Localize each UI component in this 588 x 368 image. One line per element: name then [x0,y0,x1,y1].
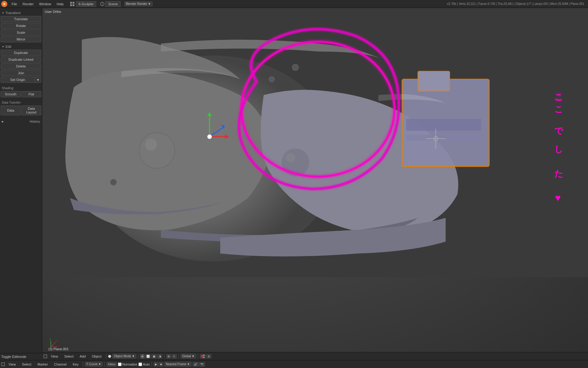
svg-rect-13 [406,135,481,140]
smooth-button[interactable]: Smooth [1,91,21,97]
viewport-button-group: ● ⬜ ▣ ◑ [140,354,162,358]
normalize-label: Normalize [122,362,138,366]
toolbar-object[interactable]: Object [89,354,104,359]
timeline-view[interactable]: View [6,362,18,367]
viewport-label: (3) Plane.001 [48,347,69,351]
viewport-header: User Ortho [45,10,61,13]
set-origin-button[interactable]: Set Origin [1,77,35,83]
flat-button[interactable]: Flat [21,91,42,97]
global-dropdown[interactable]: Global ▼ [181,354,196,358]
svg-point-18 [286,153,295,163]
scene-tab[interactable]: Scene [105,1,120,7]
toolbar-view[interactable]: View [48,354,61,359]
object-mode-dropdown[interactable]: Object Mode ▼ [112,354,137,358]
workspace-tab[interactable]: 6-Sculptie [76,1,96,7]
textured-btn[interactable]: ▣ [152,354,157,358]
data-button[interactable]: Data [1,105,21,115]
play-btn[interactable]: ▶ [154,362,158,366]
edit-section-header[interactable]: Edit [1,44,41,49]
timeline-marker[interactable]: Marker [35,362,50,367]
join-button[interactable]: Join [1,70,41,76]
filters-btn[interactable]: Filters [107,362,117,366]
normalize-checkbox[interactable] [118,362,122,366]
scale-button[interactable]: Scale [1,29,41,36]
svg-point-20 [292,64,299,71]
separator-4 [179,354,179,359]
solid-view-btn[interactable]: ● [140,354,144,358]
svg-rect-11 [418,71,450,91]
stop-btn[interactable]: ■ [159,362,163,366]
auto-label: Auto [143,362,150,366]
translate-button[interactable]: Translate [1,16,41,22]
perspective-btn[interactable]: ⊞ [166,354,171,358]
timeline-channel[interactable]: Channel [51,362,69,367]
tl-right-btns: 🔊 📷 [193,362,205,366]
viewport-bottom-toolbar: View Select Add Object Object Mode ▼ ● ⬜… [42,352,588,360]
svg-rect-12 [406,119,481,131]
rotate-button[interactable]: Rotate [1,23,41,29]
timeline-expand-icon [1,362,5,366]
shading-label: Shading: [1,86,41,90]
3d-model [42,8,588,277]
timeline-select[interactable]: Select [20,362,34,367]
svg-rect-5 [73,4,74,6]
duplicate-button[interactable]: Duplicate [1,50,41,56]
menu-window[interactable]: Window [37,2,54,6]
set-origin-row: Set Origin ▼ [1,77,41,83]
auto-group: Auto [138,362,150,366]
top-menu-bar: File Render Window Help 6-Sculptie Scene… [0,0,588,8]
svg-text:X: X [56,339,58,342]
auto-checkbox[interactable] [138,362,142,366]
main-layout: Transform Translate Rotate Scale Mirror … [0,8,588,360]
data-transfer-label: Data Transfer: [1,100,41,105]
toggle-editmode-bar: Toggle Editmode [0,353,42,360]
separator-3 [164,354,164,359]
toolbar-select[interactable]: Select [62,354,76,359]
blender-logo [1,1,7,7]
data-transfer-row: Data Data Layout [1,105,41,115]
svg-text:Z: Z [50,338,51,340]
menu-help[interactable]: Help [54,2,66,6]
toolbar-add[interactable]: Add [77,354,88,359]
tl-sep-1 [83,362,83,367]
svg-rect-45 [44,355,47,358]
normalize-group: Normalize [118,362,138,366]
rendered-btn[interactable]: ◑ [157,354,162,358]
data-layout-button[interactable]: Data Layout [21,105,42,115]
timeline-key[interactable]: Key [70,362,81,367]
tl-btn2[interactable]: 📷 [199,362,205,366]
fcurve-dropdown[interactable]: F-Curve▼ [85,362,103,366]
svg-point-15 [139,133,175,168]
delete-button[interactable]: Delete [1,63,41,69]
renderer-dropdown[interactable]: Blender Render ▼ [124,2,153,6]
menu-render[interactable]: Render [20,2,36,6]
separator-5 [198,354,198,359]
viewport[interactable]: こ こ で し た ♥ User Ortho X Y Z (3) Plane.0… [42,8,588,360]
timeline-area[interactable]: View Select Marker Channel Key F-Curve▼ … [0,360,588,368]
svg-point-17 [281,148,309,176]
pivot-btn[interactable]: ⊙ [172,354,177,358]
left-panel: Transform Translate Rotate Scale Mirror … [0,8,42,360]
wireframe-btn[interactable]: ⬜ [145,354,151,358]
history-header[interactable]: History [1,119,41,124]
duplicate-linked-button[interactable]: Duplicate Linked [1,56,41,63]
svg-point-19 [110,179,117,186]
menu-file[interactable]: File [9,2,20,6]
nearest-frame-dropdown[interactable]: Nearest Frame▼ [164,362,192,366]
tl-btn1[interactable]: 🔊 [193,362,198,366]
transform-section-header[interactable]: Transform [1,10,41,15]
svg-point-28 [207,134,212,139]
snap-btn[interactable]: 🧲 [200,354,206,358]
svg-point-21 [269,76,274,82]
toggle-editmode-label: Toggle Editmode [1,355,26,358]
proportional-btn[interactable]: ⊚ [206,354,211,358]
separator-1 [106,354,106,359]
expand-icon [43,355,47,358]
svg-point-1 [3,3,5,5]
separator-2 [138,354,138,359]
mirror-button[interactable]: Mirror [1,36,41,42]
snap-buttons: 🧲 ⊚ [200,354,211,358]
tl-sep-2 [104,362,105,367]
set-origin-dropdown[interactable]: ▼ [35,77,41,83]
svg-rect-2 [70,2,72,4]
